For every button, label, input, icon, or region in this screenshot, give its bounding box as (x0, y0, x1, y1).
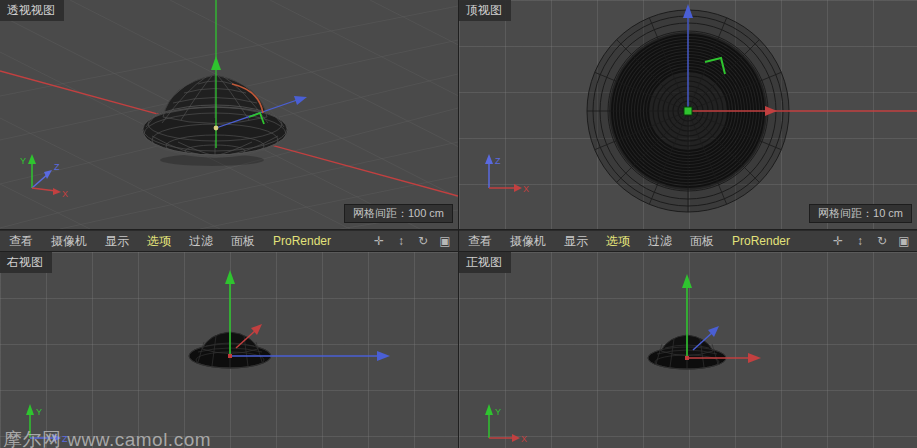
grid-spacing-badge: 网格间距：100 cm (344, 204, 453, 223)
gizmo-z-label: Z (54, 162, 60, 172)
gizmo-y-label: Y (495, 407, 501, 417)
viewport-title-front: 正视图 (459, 252, 511, 273)
viewport-toolbar-right: 查看 摄像机 显示 选项 过滤 面板 ProRender ✛ ↕ ↻ ▣ (459, 230, 917, 251)
grid-spacing-badge: 网格间距：10 cm (809, 204, 912, 223)
object-origin-dot[interactable] (685, 356, 689, 360)
menu-options[interactable]: 选项 (597, 231, 639, 252)
menu-prorender[interactable]: ProRender (723, 231, 799, 252)
viewport-title-top: 顶视图 (459, 0, 511, 21)
viewport-front[interactable]: Y X 正视图 (459, 252, 917, 448)
zoom-icon[interactable]: ↕ (394, 231, 408, 252)
gizmo-y-label: Y (36, 407, 42, 417)
menu-camera[interactable]: 摄像机 (42, 231, 96, 252)
view-nav-icons: ✛ ↕ ↻ ▣ (372, 231, 452, 252)
menu-panel[interactable]: 面板 (222, 231, 264, 252)
gizmo-x-label: X (523, 184, 529, 194)
object-origin-dot[interactable] (228, 354, 232, 358)
menu-filter[interactable]: 过滤 (639, 231, 681, 252)
toggle-view-icon[interactable]: ▣ (897, 231, 911, 252)
object-origin-dot[interactable] (684, 107, 692, 115)
rotate-icon[interactable]: ↻ (875, 231, 889, 252)
gizmo-x-label: X (62, 189, 68, 199)
menu-view[interactable]: 查看 (0, 231, 42, 252)
menu-view[interactable]: 查看 (459, 231, 501, 252)
gizmo-x-label: X (521, 434, 527, 444)
axis-gizmo-front: Y X (485, 404, 527, 444)
toggle-view-icon[interactable]: ▣ (438, 231, 452, 252)
c4d-four-view-workspace: Y Z X 透视视图 网格间距：100 cm (0, 0, 917, 448)
axis-gizmo-top: Z X (485, 154, 529, 194)
menu-display[interactable]: 显示 (555, 231, 597, 252)
menu-filter[interactable]: 过滤 (180, 231, 222, 252)
menu-panel[interactable]: 面板 (681, 231, 723, 252)
viewport-top[interactable]: Z X 顶视图 网格间距：10 cm (459, 0, 917, 229)
viewport-right[interactable]: Y Z 右视图 摩尔网 www.camol.com (0, 252, 458, 448)
menu-prorender[interactable]: ProRender (264, 231, 340, 252)
gizmo-y-label: Y (20, 156, 26, 166)
viewport-toolbar-left: 查看 摄像机 显示 选项 过滤 面板 ProRender ✛ ↕ ↻ ▣ (0, 230, 458, 251)
menu-camera[interactable]: 摄像机 (501, 231, 555, 252)
ufo-wireframe-model[interactable] (142, 75, 288, 166)
zoom-icon[interactable]: ↕ (853, 231, 867, 252)
menu-display[interactable]: 显示 (96, 231, 138, 252)
pan-icon[interactable]: ✛ (372, 231, 386, 252)
object-origin-dot[interactable] (214, 126, 219, 131)
watermark-text: 摩尔网 www.camol.com (3, 427, 211, 448)
gizmo-z-label: Z (495, 156, 501, 166)
pan-icon[interactable]: ✛ (831, 231, 845, 252)
rotate-icon[interactable]: ↻ (416, 231, 430, 252)
axis-gizmo-perspective: Y Z X (20, 154, 68, 199)
viewport-perspective[interactable]: Y Z X 透视视图 网格间距：100 cm (0, 0, 458, 229)
viewport-title-perspective: 透视视图 (0, 0, 64, 21)
menu-options[interactable]: 选项 (138, 231, 180, 252)
viewport-title-right: 右视图 (0, 252, 52, 273)
view-nav-icons: ✛ ↕ ↻ ▣ (831, 231, 911, 252)
